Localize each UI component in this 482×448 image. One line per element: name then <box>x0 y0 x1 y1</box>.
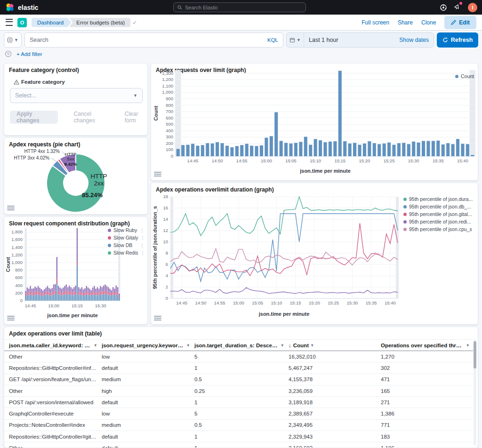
bar <box>402 143 405 156</box>
chart-legend: Count <box>455 73 474 79</box>
bar-segment <box>32 296 32 301</box>
column-header-0[interactable]: json.meta.caller_id.keyword: Desce...∨ <box>4 343 97 348</box>
bar-segment <box>36 295 37 300</box>
bar <box>451 144 455 156</box>
feature-category-select[interactable]: Select... ▼ <box>10 88 143 103</box>
legend-item-95th percentile of json.cpu_s[interactable]: 95th percentile of json.cpu_s <box>403 226 475 232</box>
legend-item-95th percentile of json.dura...[interactable]: 95th percentile of json.dura... <box>403 196 475 202</box>
table-cell: default <box>97 434 190 440</box>
svg-text:15:20: 15:20 <box>359 158 370 163</box>
bar-segment <box>72 288 73 293</box>
global-search-input[interactable]: Search Elastic <box>173 2 306 12</box>
space-badge[interactable]: O <box>17 18 27 27</box>
saved-query-menu-button[interactable]: ▼ <box>4 32 22 48</box>
table-cell: GET /api/:version/feature_flags/unleash.… <box>4 376 97 382</box>
share-link[interactable]: Share <box>398 19 413 26</box>
column-menu-icon[interactable]: ∨ <box>311 343 314 347</box>
bar <box>422 141 425 156</box>
svg-text:200: 200 <box>15 290 23 296</box>
bar-segment <box>63 295 64 300</box>
bar <box>304 137 307 156</box>
clear-form-button[interactable]: Clear form <box>125 111 147 124</box>
bar-segment <box>97 287 98 292</box>
svg-text:400: 400 <box>166 128 173 133</box>
bar <box>294 143 297 156</box>
chart-legend: 95th percentile of json.dura...95th perc… <box>403 196 475 232</box>
panel-apdex-table: Apdex operations over limit (table) json… <box>4 327 478 448</box>
bar <box>201 145 204 156</box>
legend-toggle-button[interactable] <box>7 315 15 322</box>
notifications-button[interactable] <box>454 3 461 12</box>
svg-text:15:35: 15:35 <box>433 158 444 163</box>
search-input[interactable]: Search KQL <box>24 32 283 48</box>
add-filter-link[interactable]: + Add filter <box>16 51 42 57</box>
bar-segment <box>88 292 88 295</box>
refresh-button[interactable]: Refresh <box>437 32 478 48</box>
column-header-2[interactable]: json.target_duration_s: Descending∨ <box>190 343 284 348</box>
bar <box>250 146 253 156</box>
legend-item-95th percentile of json.gital...[interactable]: 95th percentile of json.gital... <box>403 211 475 217</box>
apply-changes-button[interactable]: Apply changes <box>10 111 58 124</box>
deployment-icon[interactable] <box>440 4 447 11</box>
panel-title: Feature category (control) <box>9 67 79 73</box>
legend-item-Slow Gitaly[interactable]: Slow Gitaly⋮ <box>108 235 145 240</box>
time-range-value[interactable]: Last 1 hour <box>304 37 338 43</box>
legend-toggle-button[interactable] <box>7 205 15 212</box>
legend-item-menu-icon[interactable]: ⋮ <box>141 250 145 256</box>
bar-segment <box>116 286 117 291</box>
table-scrollbar[interactable] <box>474 339 476 446</box>
bar-segment <box>91 290 92 294</box>
legend-item-95th percentile of json.db_...[interactable]: 95th percentile of json.db_... <box>403 204 475 209</box>
table-cell: Other <box>4 445 97 448</box>
bar-segment <box>77 265 78 300</box>
svg-text:15:20: 15:20 <box>309 300 320 305</box>
apdex-bar-chart[interactable]: 01002003004005006007008009001,0001,1001,… <box>151 64 479 181</box>
breadcrumb-current[interactable]: Error budgets (beta) <box>69 18 130 27</box>
svg-text:800: 800 <box>15 267 23 272</box>
legend-item-95th percentile of json.redi...[interactable]: 95th percentile of json.redi... <box>403 219 475 224</box>
bar-segment <box>94 295 95 301</box>
breadcrumb-dashboard[interactable]: Dashboard <box>32 18 71 27</box>
bar <box>284 143 288 156</box>
legend-item-menu-icon[interactable]: ⋮ <box>140 243 145 248</box>
date-quick-menu-button[interactable]: ▼ <box>287 33 304 47</box>
legend-item-menu-icon[interactable]: ⋮ <box>141 235 145 240</box>
refresh-icon <box>442 37 448 43</box>
column-header-3[interactable]: ↓Count∨ <box>284 343 376 348</box>
column-header-1[interactable]: json.request_urgency.keyword: Des...∨ <box>97 343 190 348</box>
search-placeholder: Search <box>30 37 48 43</box>
column-header-4[interactable]: Operations over specified threshold...∨ <box>376 343 469 348</box>
legend-item-Slow Ruby[interactable]: Slow Ruby⋮ <box>108 227 145 233</box>
table-cell: 2,389,657 <box>284 411 376 416</box>
svg-text:json.time per minute: json.time per minute <box>299 168 351 174</box>
scrollbar-thumb[interactable] <box>474 341 476 368</box>
svg-text:9.42%: 9.42% <box>64 161 77 167</box>
svg-text:0: 0 <box>20 298 23 303</box>
kql-selector[interactable]: KQL <box>267 37 278 43</box>
bar-segment <box>25 294 26 296</box>
edit-button[interactable]: Edit <box>444 16 476 29</box>
legend-toggle-button[interactable] <box>154 315 161 322</box>
legend-item-Slow DB[interactable]: Slow DB⋮ <box>108 242 145 248</box>
show-dates-link[interactable]: Show dates <box>399 37 434 43</box>
cancel-changes-button[interactable]: Cancel changes <box>74 111 109 124</box>
bar <box>211 144 214 156</box>
svg-text:600: 600 <box>15 275 23 280</box>
apdex-pie-chart[interactable]: HTTP 4xx 1.32%HTTP 3xx 4.02%HTTP5xx9.42%… <box>4 138 148 215</box>
legend-toggle-button[interactable] <box>154 171 161 178</box>
bar-segment <box>86 291 87 294</box>
table-cell: medium <box>97 422 190 428</box>
legend-item-menu-icon[interactable]: ⋮ <box>140 228 145 233</box>
full-screen-link[interactable]: Full screen <box>362 19 389 26</box>
filter-icon[interactable] <box>5 50 12 57</box>
table-cell: 1,386 <box>376 411 469 416</box>
bar-segment <box>58 286 59 291</box>
table-cell: Other <box>4 354 97 360</box>
legend-item-Count[interactable]: Count <box>455 73 474 79</box>
menu-icon[interactable] <box>6 19 13 26</box>
breadcrumb: Dashboard Error budgets (beta) ✓ <box>32 18 137 27</box>
legend-item-Slow Redis[interactable]: Slow Redis⋮ <box>108 250 145 256</box>
user-avatar[interactable]: I <box>468 3 477 12</box>
column-menu-icon[interactable]: ∨ <box>466 343 470 347</box>
clone-link[interactable]: Clone <box>421 19 436 26</box>
